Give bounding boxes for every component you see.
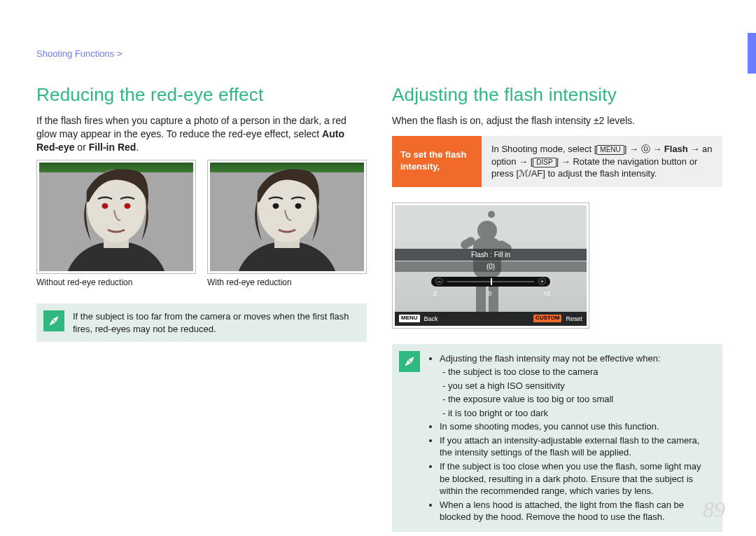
text: or: [74, 142, 88, 153]
instruction-box: To set the flash intensity, In Shooting …: [392, 136, 722, 187]
flash-value-label: (0): [395, 261, 587, 273]
caption-with: With red-eye reduction: [207, 277, 367, 288]
list-item: you set a high ISO sensitivity: [442, 380, 713, 392]
svg-point-11: [488, 211, 495, 218]
text: .: [136, 142, 139, 153]
menu-badge: MENU: [399, 315, 420, 322]
red-eye-paragraph: If the flash fires when you capture a ph…: [36, 114, 367, 154]
portrait-illustration: [210, 163, 364, 271]
svg-point-10: [477, 221, 497, 240]
custom-badge: CUSTOM: [533, 315, 562, 322]
svg-point-9: [295, 203, 302, 209]
heading-flash-intensity: Adjusting the flash intensity: [392, 83, 722, 107]
instruction-body: In Shooting mode, select [MENU] → ⓞ → Fl…: [482, 136, 722, 187]
slider-ticks: -2 0 +2: [431, 289, 550, 298]
image-without-reduction: Without red-eye reduction: [36, 160, 196, 288]
svg-point-3: [102, 203, 108, 209]
minus-icon[interactable]: −: [435, 277, 443, 285]
list-item: When a lens hood is attached, the light …: [440, 499, 713, 523]
page-number: 89: [703, 495, 725, 525]
left-column: Reducing the red-eye effect If the flash…: [36, 83, 367, 342]
svg-point-8: [273, 203, 279, 209]
list-item: If you attach an intensity-adjustable ex…: [440, 434, 713, 459]
disp-button-label: DISP: [533, 158, 556, 167]
plus-icon[interactable]: +: [538, 277, 546, 285]
camera-lcd-preview: Flash : Fill in (0) − + -2 0 +2 MENU Bac…: [392, 202, 589, 329]
option-fill-in-red: Fill-in Red: [89, 142, 136, 153]
text: Adjusting the flash intensity may not be…: [440, 353, 661, 364]
right-column: Adjusting the flash intensity When the f…: [392, 83, 722, 532]
heading-red-eye: Reducing the red-eye effect: [36, 83, 367, 107]
list-item: it is too bright or too dark: [442, 407, 713, 420]
note-text: If the subject is too far from the camer…: [73, 310, 357, 335]
image-with-reduction: With red-eye reduction: [207, 160, 367, 288]
caption-without: Without red-eye reduction: [36, 277, 196, 288]
pen-nib-icon: [43, 310, 64, 331]
af-button-label: ℳ/AF: [519, 168, 542, 179]
section-color-tab: [748, 33, 756, 74]
instruction-label: To set the flash intensity,: [392, 136, 482, 187]
tick-minus-2: -2: [431, 289, 437, 298]
note-box-red-eye: If the subject is too far from the camer…: [36, 303, 367, 342]
comparison-images: Without red-eye reduction: [36, 160, 367, 288]
text: ] → ⓞ →: [624, 144, 664, 154]
list-item: the subject is too close to the camera: [442, 366, 713, 378]
list-item: If the subject is too close when you use…: [440, 460, 713, 497]
back-label: Back: [424, 315, 438, 323]
tick-plus-2: +2: [543, 289, 550, 298]
menu-button-label: MENU: [596, 145, 624, 155]
note-list: Adjusting the flash intensity may not be…: [440, 351, 713, 525]
pen-nib-icon: [399, 351, 420, 372]
text: If the flash fires when you capture a ph…: [36, 115, 346, 139]
note-box-flash: Adjusting the flash intensity may not be…: [392, 344, 722, 532]
screen-bottom-bar: MENU Back CUSTOM Reset: [395, 312, 587, 326]
svg-point-4: [125, 203, 131, 209]
breadcrumb: Shooting Functions >: [36, 48, 122, 60]
text: In Shooting mode, select [: [491, 144, 596, 154]
list-item: the exposure value is too big or too sma…: [442, 393, 713, 406]
flash-option: Flash: [664, 144, 688, 154]
list-item: Adjusting the flash intensity may not be…: [440, 352, 713, 420]
flash-intensity-paragraph: When the flash is on, adjust the flash i…: [392, 114, 722, 128]
tick-zero: 0: [488, 289, 491, 298]
portrait-illustration: [39, 163, 193, 271]
flash-mode-label: Flash : Fill in: [395, 249, 587, 261]
text: ] to adjust the flash intensity.: [542, 168, 657, 179]
intensity-slider[interactable]: − +: [431, 277, 550, 287]
list-item: In some shooting modes, you cannot use t…: [440, 420, 713, 433]
reset-label: Reset: [566, 315, 582, 323]
